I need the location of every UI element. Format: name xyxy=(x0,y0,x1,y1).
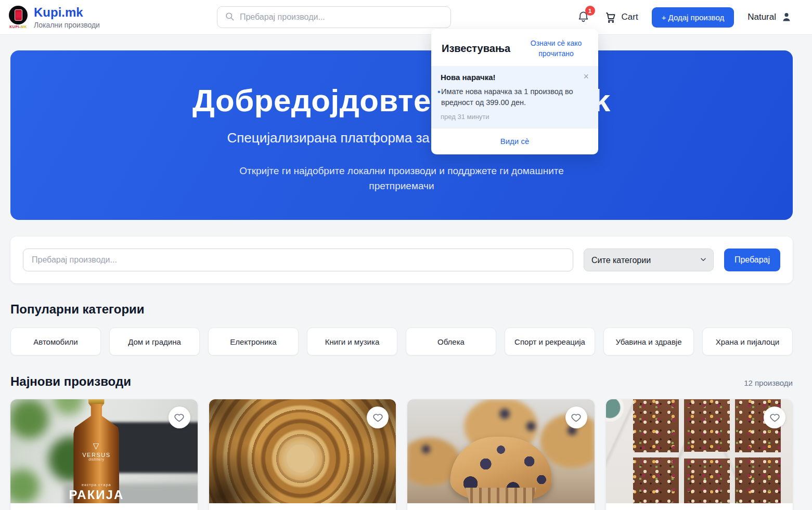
cart-icon xyxy=(604,11,617,24)
category-chip[interactable]: Спорт и рекреација xyxy=(505,328,595,356)
search-button[interactable]: Пребарај xyxy=(724,249,780,271)
notifications-button[interactable]: 1 xyxy=(577,10,590,24)
hero-title: Добредојдовте на Kupi.mk xyxy=(10,83,793,119)
notifications-footer: Види сè xyxy=(431,128,598,154)
search-section: Сите категории Пребарај xyxy=(10,237,793,283)
notification-item-time: пред 31 минути xyxy=(441,113,589,121)
photo-sublabel: distillery xyxy=(88,457,104,461)
heart-icon xyxy=(372,412,383,423)
product-card[interactable] xyxy=(606,399,793,510)
products-count: 12 производи xyxy=(744,378,793,387)
add-product-button[interactable]: + Додај производ xyxy=(652,7,734,28)
product-card-body xyxy=(209,503,396,510)
hero-banner: Добредојдовте на Kupi.mk Специјализирана… xyxy=(10,50,793,220)
category-chip[interactable]: Книги и музика xyxy=(307,328,397,356)
favorite-button[interactable] xyxy=(169,407,190,428)
products-grid: VERSUS distillery екстра стара РАКИЈА xyxy=(10,399,793,510)
header-search xyxy=(217,6,451,28)
product-card[interactable] xyxy=(407,399,595,510)
view-all-link[interactable]: Види сè xyxy=(500,137,530,146)
user-name: Natural xyxy=(747,12,776,22)
hero-subtitle: Специјализирана платформа за македонски … xyxy=(10,130,793,146)
hero-description: Откријте ги најдобрите локални производи… xyxy=(230,164,573,193)
product-card[interactable]: VERSUS distillery екстра стара РАКИЈА xyxy=(10,399,198,510)
brand-name[interactable]: Kupi.mk xyxy=(34,5,100,20)
product-search-input[interactable] xyxy=(23,249,573,271)
product-card[interactable] xyxy=(209,399,396,510)
notification-item-title: Нова нарачка! xyxy=(441,73,496,82)
user-menu[interactable]: Natural xyxy=(747,11,792,23)
mark-all-read-link[interactable]: Означи сè како прочитано xyxy=(524,38,588,59)
product-image-chocolate-bark xyxy=(606,399,793,503)
category-chip[interactable]: Убавина и здравје xyxy=(603,328,694,356)
favorite-button[interactable] xyxy=(367,407,389,428)
cart-label: Cart xyxy=(622,12,638,22)
category-chip[interactable]: Храна и пијалоци xyxy=(702,328,793,356)
header-search-input[interactable] xyxy=(240,12,443,22)
user-icon xyxy=(781,11,792,23)
product-card-body xyxy=(606,503,793,510)
categories-title: Популарни категории xyxy=(10,302,793,317)
category-chip[interactable]: Облека xyxy=(406,328,496,356)
categories-row: АвтомобилиДом и градинаЕлектроникаКниги … xyxy=(10,328,793,356)
brand-tagline: Локални производи xyxy=(34,21,100,29)
product-photo-layer xyxy=(464,488,538,503)
heart-icon xyxy=(769,412,780,423)
brand-block: Kupi.mk Локални производи xyxy=(34,5,100,29)
notifications-header: Известувања Означи сè како прочитано xyxy=(431,29,598,66)
category-chip[interactable]: Дом и градина xyxy=(109,328,200,356)
heart-icon xyxy=(174,412,185,423)
products-title: Најнови производи xyxy=(10,374,131,389)
notifications-panel: Известувања Означи сè како прочитано Нов… xyxy=(431,29,598,154)
product-card-body xyxy=(10,503,198,510)
category-chip[interactable]: Електроника xyxy=(208,328,299,356)
unread-dot: • xyxy=(437,86,441,98)
notification-item-body: •Имате нова нарачка за 1 производ во вре… xyxy=(441,86,589,108)
notification-badge: 1 xyxy=(585,6,595,16)
header-actions: 1 Cart + Додај производ Natural xyxy=(577,7,792,28)
heart-icon xyxy=(571,412,582,423)
product-card-body xyxy=(407,503,595,510)
category-select[interactable]: Сите категории xyxy=(584,249,714,271)
phone-icon xyxy=(15,9,22,21)
logo-text: KUPI-MK xyxy=(9,25,27,29)
category-chip[interactable]: Автомобили xyxy=(10,328,101,356)
photo-bottom-label: РАКИЈА xyxy=(69,488,124,502)
close-icon[interactable]: × xyxy=(583,73,589,80)
logo-circle-icon xyxy=(9,6,28,24)
cart-button[interactable]: Cart xyxy=(604,11,638,24)
product-image-blueberry-muffins xyxy=(407,399,595,503)
site-logo[interactable]: KUPI-MK xyxy=(9,6,28,29)
product-image-burek-spiral xyxy=(209,399,396,503)
favorite-button[interactable] xyxy=(764,407,785,428)
notifications-title: Известувања xyxy=(442,43,510,55)
header: KUPI-MK Kupi.mk Локални производи 1 Cart… xyxy=(0,0,812,35)
favorite-button[interactable] xyxy=(565,407,587,428)
photo-bottom-small: екстра стара xyxy=(82,482,111,487)
photo-label: VERSUS xyxy=(82,441,110,458)
category-select-wrap: Сите категории xyxy=(584,249,714,271)
notification-item[interactable]: Нова нарачка! × •Имате нова нарачка за 1… xyxy=(431,66,598,128)
product-image-rakija-bottle: VERSUS distillery екстра стара РАКИЈА xyxy=(10,399,198,503)
search-icon xyxy=(225,11,235,23)
